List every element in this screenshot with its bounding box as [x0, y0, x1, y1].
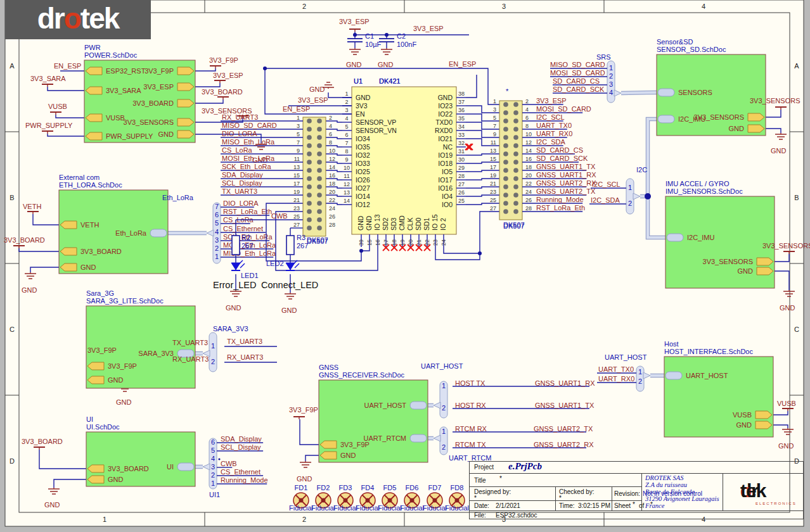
designator-eth-lora[interactable]: Eth_LoRa [162, 194, 194, 201]
designator-r2[interactable]: R2 [241, 234, 250, 241]
net-label-rx_uart3[interactable]: RX_UART3 [172, 355, 209, 363]
net-label-cs_lora[interactable]: CS_LoRa [222, 146, 253, 154]
designator-dk507[interactable]: DK507 [503, 222, 525, 230]
net-label-sd_card_sck[interactable]: SD_CARD_SCK [553, 86, 605, 93]
net-label-miso_sd_card[interactable]: MISO_SD_CARD [222, 122, 277, 129]
net-label-sd_card_cs[interactable]: SD_CARD_CS [553, 77, 600, 85]
harness-entry-label[interactable]: Running_Mode [221, 476, 268, 484]
designator-10-f[interactable]: 10µF [365, 41, 382, 48]
designator-ui1[interactable]: UI1 [209, 491, 220, 498]
net-label-sck_eth_lora[interactable]: SCK_Eth_LoRa [222, 163, 272, 170]
designator-100nf[interactable]: 100nF [397, 41, 416, 48]
net-label-3v3_f9p[interactable]: 3V3_F9P [289, 406, 318, 414]
net-label-rst_lora_eth[interactable]: RST_LoRa_Eth [536, 204, 585, 212]
net-label-gnss_uart1_tx[interactable]: GNSS_UART1_TX [535, 402, 595, 409]
net-label-tx_uart3[interactable]: TX_UART3 [172, 339, 208, 346]
harness-entry-label[interactable]: DIO_LORA [223, 200, 259, 207]
harness-entry-label[interactable]: CWB [221, 460, 237, 467]
port-sensors[interactable] [658, 89, 674, 96]
net-label-dio_lora[interactable]: DIO_LORA [222, 130, 257, 137]
net-label-sd_card_cs[interactable]: SD_CARD_CS [536, 146, 583, 154]
net-label-tx_uart3[interactable]: TX_UART3 [227, 338, 262, 345]
designator-led1[interactable]: LED1 [241, 272, 259, 279]
net-label-3v3_esp[interactable]: 3V3_ESP [536, 97, 567, 104]
net-label-i2c_sda[interactable]: I2C_SDA [591, 196, 620, 204]
net-label-cwb[interactable]: CWB [271, 212, 288, 220]
net-label-sda_display[interactable]: SDA_Display [222, 171, 263, 179]
port-uart_host[interactable] [665, 372, 682, 379]
net-label-uart_tx0[interactable]: UART_TX0 [536, 122, 572, 129]
net-label-3v3_sensors[interactable]: 3V3_SENSORS [762, 242, 810, 250]
harness-entry-label[interactable]: SCL_Display [221, 443, 261, 451]
designator-r3[interactable]: R3 [297, 234, 305, 241]
net-label-3v3_sara[interactable]: 3V3_SARA [30, 75, 66, 82]
harness-entry-label[interactable]: RST_LoRa_Eth [223, 208, 272, 215]
net-label-rtcm-rx[interactable]: RTCM RX [455, 425, 487, 433]
resistor-R3[interactable] [286, 236, 294, 255]
net-label-gnss_uart1_rx[interactable]: GNSS_UART1_RX [535, 379, 595, 387]
sheet-symbol-gnss[interactable] [319, 380, 428, 462]
designator--[interactable]: * [506, 87, 509, 95]
designator-sara-3v3[interactable]: SARA_3V3 [213, 325, 248, 332]
harness-entry-label[interactable]: CS_Ethernet [223, 225, 263, 232]
net-label-gnss_uart2_tx[interactable]: GNSS_UART2_TX [534, 425, 593, 433]
net-label-3v3_esp[interactable]: 3V3_ESP [298, 96, 328, 104]
net-label-3v3_board[interactable]: 3V3_BOARD [4, 236, 45, 244]
net-label-gnss_uart2_rx[interactable]: GNSS_UART2_RX [536, 179, 596, 187]
harness-entry-label[interactable]: CS_Ethernet [221, 468, 260, 476]
designator-led2[interactable]: LED2 [266, 260, 284, 267]
designator-i2c[interactable]: I2C [636, 166, 647, 174]
net-label-en_esp[interactable]: EN_ESP [283, 105, 310, 113]
net-label-running_mode[interactable]: Running_Mode [536, 196, 584, 203]
net-label-miso_eth_lora[interactable]: MISO_Eth_LoRa [222, 138, 275, 146]
net-label-uart_rx0[interactable]: UART_RX0 [598, 375, 634, 383]
designator-u1[interactable]: U1 [354, 77, 363, 85]
designator-c2[interactable]: C2 [397, 32, 406, 40]
net-label-en_esp[interactable]: EN_ESP [54, 62, 81, 70]
net-label-rx_uart3[interactable]: RX_UART3 [227, 353, 263, 361]
schematic-canvas[interactable]: 11223344AABBCCDD1234127DIO_LORA6RST_LoRa… [0, 0, 810, 532]
net-label-tx_uart3[interactable]: TX_UART3 [222, 187, 257, 195]
net-label-3v3_board[interactable]: 3V3_BOARD [202, 88, 243, 96]
net-label-uart_rx0[interactable]: UART_RX0 [536, 130, 572, 137]
net-label-mosi_eth_lora[interactable]: MOSI_Eth_LoRa [222, 155, 275, 162]
harness-entry-label[interactable]: SDA_Display [221, 435, 262, 443]
net-label-rtcm-tx[interactable]: RTCM TX [455, 441, 486, 448]
net-label-i2c_sda[interactable]: I2C_SDA [536, 138, 566, 146]
net-label-veth[interactable]: VETH [23, 203, 41, 210]
port-uart_host[interactable] [410, 402, 427, 409]
net-label-3v3_f9p[interactable]: 3V3_F9P [209, 56, 238, 64]
connector-dk507[interactable] [499, 101, 522, 220]
port-ui[interactable] [177, 463, 194, 471]
designator-dk421[interactable]: DK421 [379, 77, 401, 85]
net-label-3v3_esp[interactable]: 3V3_ESP [213, 72, 243, 79]
port-i2c_imu[interactable] [667, 234, 683, 241]
port-i2c_imu[interactable] [658, 115, 674, 123]
net-label-vusb[interactable]: VUSB [777, 400, 796, 407]
harness-entry-label[interactable]: MISO_Eth_LoRa [223, 250, 276, 257]
net-label-3v3_f9p[interactable]: 3V3_F9P [87, 346, 117, 354]
port-eth_lora[interactable] [150, 229, 167, 237]
designator-srs[interactable]: SRS [596, 53, 611, 61]
net-label-3v3_esp[interactable]: 3V3_ESP [339, 18, 370, 25]
resistor-R2[interactable] [232, 236, 240, 255]
net-label-gnss_uart1_rx[interactable]: GNSS_UART1_RX [536, 171, 596, 179]
net-label-host-rx[interactable]: HOST RX [455, 402, 486, 409]
net-label-pwr_supply[interactable]: PWR_SUPPLY [25, 122, 73, 129]
net-label-mosi_sd_card[interactable]: MOSI_SD_CARD [550, 69, 605, 77]
net-label-3v3_board[interactable]: 3V3_BOARD [22, 438, 63, 445]
designator-c1[interactable]: C1 [365, 32, 374, 40]
net-label-vusb[interactable]: VUSB [48, 103, 67, 110]
net-label-uart_tx0[interactable]: UART_TX0 [598, 365, 634, 373]
net-label-scl_display[interactable]: SCL_Display [222, 179, 262, 187]
net-label-3v3_sensors[interactable]: 3V3_SENSORS [202, 107, 252, 115]
net-label-gnss_uart2_tx[interactable]: GNSS_UART2_TX [536, 187, 596, 195]
net-label-miso_sd_card[interactable]: MISO_SD_CARD [550, 61, 605, 68]
net-label-i2c_scl[interactable]: I2C_SCL [536, 113, 565, 121]
harness-sara_3v3[interactable] [209, 332, 217, 372]
net-label-3v3_sensors[interactable]: 3V3_SENSORS [750, 97, 800, 104]
net-label-i2c_scl[interactable]: I2C_SCL [592, 180, 620, 188]
net-label-gnss_uart1_tx[interactable]: GNSS_UART1_TX [536, 163, 596, 170]
port-uart_rtcm[interactable] [410, 434, 427, 442]
net-label-gnss_uart2_rx[interactable]: GNSS_UART2_RX [534, 441, 594, 448]
